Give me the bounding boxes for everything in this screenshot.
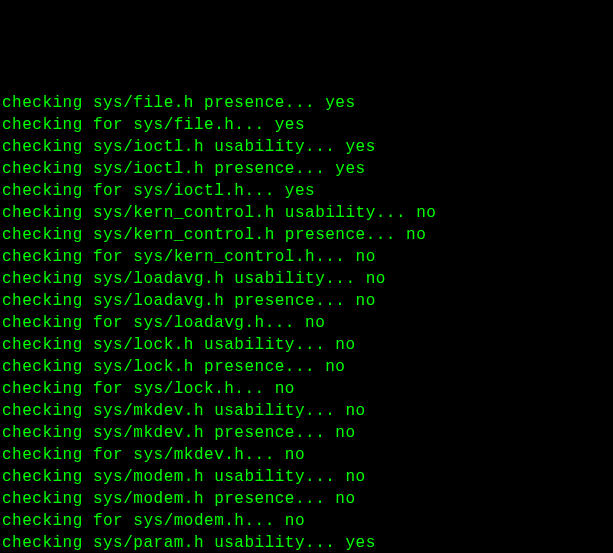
terminal-line: checking sys/ioctl.h usability... yes [2, 136, 611, 158]
terminal-line: checking sys/lock.h usability... no [2, 334, 611, 356]
terminal-line: checking for sys/loadavg.h... no [2, 312, 611, 334]
terminal-line: checking sys/lock.h presence... no [2, 356, 611, 378]
terminal-line: checking for sys/modem.h... no [2, 510, 611, 532]
terminal-line: checking sys/mkdev.h usability... no [2, 400, 611, 422]
terminal-line: checking for sys/ioctl.h... yes [2, 180, 611, 202]
terminal-line: checking for sys/mkdev.h... no [2, 444, 611, 466]
terminal-line: checking sys/kern_control.h usability...… [2, 202, 611, 224]
terminal-line: checking sys/mkdev.h presence... no [2, 422, 611, 444]
terminal-line: checking sys/modem.h usability... no [2, 466, 611, 488]
terminal-line: checking sys/loadavg.h presence... no [2, 290, 611, 312]
terminal-line: checking sys/modem.h presence... no [2, 488, 611, 510]
terminal-line: checking sys/ioctl.h presence... yes [2, 158, 611, 180]
terminal-line: checking sys/loadavg.h usability... no [2, 268, 611, 290]
terminal-line: checking for sys/file.h... yes [2, 114, 611, 136]
terminal-line: checking sys/param.h usability... yes [2, 532, 611, 553]
terminal-line: checking sys/file.h presence... yes [2, 92, 611, 114]
terminal-line: checking for sys/lock.h... no [2, 378, 611, 400]
terminal-line: checking sys/kern_control.h presence... … [2, 224, 611, 246]
terminal-line: checking for sys/kern_control.h... no [2, 246, 611, 268]
terminal-output: checking sys/file.h presence... yescheck… [2, 92, 611, 553]
